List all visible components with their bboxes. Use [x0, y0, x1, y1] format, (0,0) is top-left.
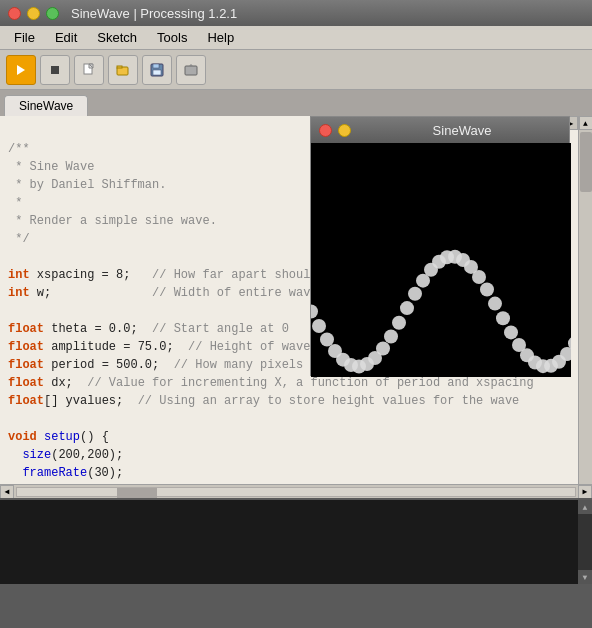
maximize-button[interactable]	[46, 7, 59, 20]
tab-bar: SineWave	[0, 90, 592, 116]
title-bar: SineWave | Processing 1.2.1	[0, 0, 592, 26]
svg-marker-0	[17, 65, 25, 75]
sine-preview-window[interactable]: SineWave	[310, 116, 570, 376]
hscroll-track	[16, 487, 576, 497]
export-button[interactable]	[176, 55, 206, 85]
sine-title-bar: SineWave	[311, 117, 569, 143]
svg-rect-7	[153, 64, 159, 68]
menu-tools[interactable]: Tools	[147, 28, 197, 47]
svg-rect-8	[153, 70, 161, 75]
sine-close-button[interactable]	[319, 124, 332, 137]
stop-button[interactable]	[40, 55, 70, 85]
console-vertical-scrollbar[interactable]: ▲ ▼	[578, 500, 592, 584]
horizontal-scrollbar[interactable]: ◀ ▶	[0, 484, 592, 498]
sine-window-title: SineWave	[363, 123, 561, 138]
new-button[interactable]	[74, 55, 104, 85]
sine-canvas	[311, 143, 571, 377]
hscroll-thumb[interactable]	[117, 488, 157, 498]
console-scroll-up[interactable]: ▲	[578, 500, 592, 514]
open-button[interactable]	[108, 55, 138, 85]
console-content	[0, 500, 578, 584]
scroll-right-arrow[interactable]: ▶	[578, 485, 592, 499]
play-button[interactable]	[6, 55, 36, 85]
save-button[interactable]	[142, 55, 172, 85]
window-title: SineWave | Processing 1.2.1	[71, 6, 237, 21]
svg-rect-5	[117, 66, 122, 68]
console-scroll-down[interactable]: ▼	[578, 570, 592, 584]
menu-edit[interactable]: Edit	[45, 28, 87, 47]
editor-area: /** * Sine Wave * by Daniel Shiffman. * …	[0, 116, 592, 484]
menu-file[interactable]: File	[4, 28, 45, 47]
scroll-up-arrow[interactable]: ▲	[579, 116, 593, 130]
scroll-left-arrow[interactable]: ◀	[0, 485, 14, 499]
minimize-button[interactable]	[27, 7, 40, 20]
menu-help[interactable]: Help	[197, 28, 244, 47]
console-area: ▲ ▼	[0, 498, 592, 584]
tab-sinewave[interactable]: SineWave	[4, 95, 88, 116]
menu-sketch[interactable]: Sketch	[87, 28, 147, 47]
close-button[interactable]	[8, 7, 21, 20]
menu-bar: File Edit Sketch Tools Help	[0, 26, 592, 50]
svg-rect-9	[185, 66, 197, 75]
toolbar	[0, 50, 592, 90]
vertical-scrollbar[interactable]: ▲	[578, 116, 592, 484]
sine-minimize-button[interactable]	[338, 124, 351, 137]
svg-rect-1	[51, 66, 59, 74]
scroll-thumb[interactable]	[580, 132, 592, 192]
